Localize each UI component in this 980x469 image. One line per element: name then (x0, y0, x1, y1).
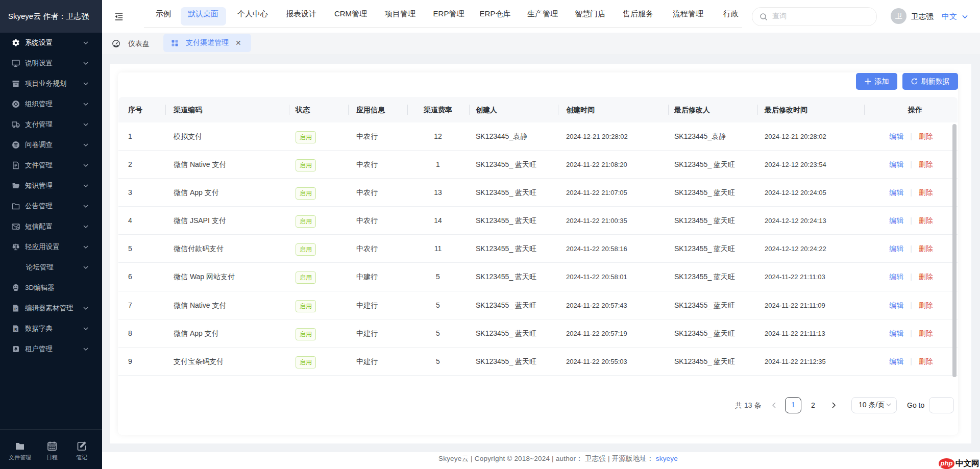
svg-text:P: P (14, 307, 17, 311)
svg-text:R: R (14, 328, 17, 331)
